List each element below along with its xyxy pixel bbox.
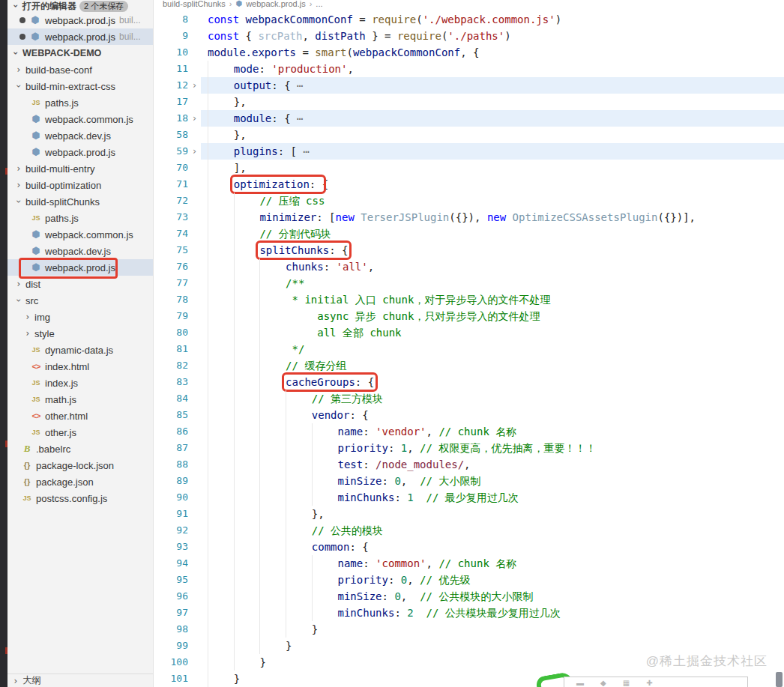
code-line-content[interactable]: minChunks: 1 // 最少复用过几次 (201, 489, 784, 506)
fold-gutter (188, 407, 201, 423)
code-line-content[interactable]: const { srcPath, distPath } = require('.… (201, 28, 784, 44)
breadcrumb-item[interactable]: ... (316, 0, 322, 9)
tree-item-build-base-conf[interactable]: ›build-base-conf (7, 61, 153, 78)
tree-item-build-multi-entry[interactable]: ›build-multi-entry (7, 160, 153, 177)
indent-guide (208, 308, 234, 324)
webpack-icon: ⬢ (30, 114, 42, 124)
breadcrumb-item[interactable]: webpack.prod.js (246, 0, 306, 9)
tree-item-webpack.prod.js[interactable]: ⬢webpack.prod.js (7, 259, 153, 276)
folded-code-ellipsis[interactable]: ⋯ (297, 112, 304, 124)
tree-item-package-lock.json[interactable]: {}package-lock.json (7, 457, 153, 473)
code-line-content[interactable]: mode: 'production', (201, 61, 784, 77)
code-token: ({})], (657, 211, 696, 223)
open-editors-header[interactable]: › 打开的编辑器 2 个未保存 (7, 0, 153, 12)
code-token: // 压缩 css (259, 195, 325, 207)
code-line-content[interactable]: minSize: 0, // 大小限制 (201, 473, 784, 489)
indent-guide (286, 506, 312, 522)
project-title: WEBPACK-DEMO (22, 48, 101, 58)
code-line-content[interactable]: common: { (201, 539, 784, 555)
code-line-content[interactable]: splitChunks: { (201, 242, 784, 258)
tree-item-other.html[interactable]: <>other.html (7, 408, 153, 424)
indent-guide (208, 555, 234, 572)
code-line-content[interactable]: vendor: { (201, 407, 784, 423)
code-token: webpackCommonConf (246, 13, 353, 25)
indent-guide (234, 357, 260, 374)
code-line-content[interactable]: * initial 入口 chunk，对于异步导入的文件不处理 (201, 291, 784, 308)
code-line-content[interactable]: } (201, 621, 784, 638)
code-line-content[interactable]: priority: 0, // 优先级 (201, 572, 784, 588)
webpack-icon: ⬢ (235, 0, 242, 9)
line-number: 89 (154, 473, 188, 489)
code-line-content[interactable]: }, (201, 506, 784, 522)
tree-item-img[interactable]: ›img (7, 309, 153, 325)
tree-item-index.js[interactable]: JSindex.js (7, 375, 153, 391)
outline-section-header[interactable]: › 大纲 (7, 674, 154, 687)
tree-item-webpack.common.js[interactable]: ⬢webpack.common.js (7, 226, 153, 243)
tree-item-index.html[interactable]: <>index.html (7, 358, 153, 375)
folded-code-ellipsis[interactable]: ⋯ (297, 79, 304, 91)
code-line-content[interactable]: test: /node_modules/, (201, 456, 784, 473)
code-line-content[interactable]: // 公共的模块 (201, 522, 784, 539)
code-token: smart (315, 46, 346, 58)
tree-item-label: style (34, 328, 55, 339)
tree-item-.babelrc[interactable]: B.babelrc (7, 441, 153, 457)
tree-item-paths.js[interactable]: JSpaths.js (7, 94, 153, 111)
code-line-content[interactable]: plugins: [ ⋯ (201, 143, 784, 160)
fold-gutter (188, 572, 201, 588)
code-line-content[interactable]: priority: 1, // 权限更高，优先抽离，重要！！！ (201, 440, 784, 456)
tree-item-package.json[interactable]: {}package.json (7, 473, 153, 490)
tree-item-webpack.dev.js[interactable]: ⬢webpack.dev.js (7, 127, 153, 144)
tree-item-webpack.common.js[interactable]: ⬢webpack.common.js (7, 111, 153, 127)
fold-arrow[interactable]: › (188, 77, 201, 94)
code-line-content[interactable]: minChunks: 2 // 公共模块最少复用过几次 (201, 605, 784, 621)
code-line-content[interactable]: // 压缩 css (201, 193, 784, 209)
fold-arrow[interactable]: › (188, 143, 201, 160)
tree-item-build-optimization[interactable]: ›build-optimization (7, 177, 153, 193)
code-line-content[interactable]: const webpackCommonConf = require('./web… (201, 11, 784, 28)
indent-guide (312, 473, 338, 489)
code-line-content[interactable]: minimizer: [new TerserJSPlugin({}), new … (201, 209, 784, 226)
project-section-header[interactable]: › WEBPACK-DEMO (7, 45, 153, 61)
fold-arrow[interactable]: › (188, 110, 201, 127)
breadcrumb-item[interactable]: build-splitChunks (163, 0, 226, 9)
code-line-content[interactable]: output: { ⋯ (201, 77, 784, 94)
tree-item-src[interactable]: ›src (7, 292, 153, 309)
code-line-content[interactable]: name: 'vendor', // chunk 名称 (201, 423, 784, 440)
line-number: 18 (154, 110, 188, 127)
code-line-content[interactable]: /** (201, 275, 784, 291)
code-line-content[interactable]: ], (201, 160, 784, 176)
code-line-content[interactable]: } (201, 638, 784, 654)
code-line-content[interactable]: // 分割代码块 (201, 226, 784, 242)
input-method-toolbar[interactable]: ▬◆▦✚ (535, 673, 738, 687)
open-editor-item[interactable]: ⬢webpack.prod.jsbuil... (7, 28, 153, 45)
tree-item-paths.js[interactable]: JSpaths.js (7, 210, 153, 226)
code-line-content[interactable]: async 异步 chunk，只对异步导入的文件处理 (201, 308, 784, 324)
folded-code-ellipsis[interactable]: ⋯ (303, 145, 310, 157)
code-token: { (322, 178, 328, 190)
code-line-content[interactable]: cacheGroups: { (201, 374, 784, 390)
tree-item-dist[interactable]: ›dist (7, 276, 153, 292)
code-line-content[interactable]: chunks: 'all', (201, 258, 784, 275)
open-editor-filename: webpack.prod.js (45, 31, 115, 43)
tree-item-postcss.config.js[interactable]: JSpostcss.config.js (7, 490, 153, 506)
code-line-content[interactable]: }, (201, 94, 784, 110)
tree-item-math.js[interactable]: JSmath.js (7, 391, 153, 408)
code-line-content[interactable]: module.exports = smart(webpackCommonConf… (201, 44, 784, 61)
code-line-content[interactable]: optimization: { (201, 176, 784, 193)
code-line-content[interactable]: */ (201, 341, 784, 357)
code-line-content[interactable]: }, (201, 127, 784, 143)
code-line-content[interactable]: // 第三方模块 (201, 390, 784, 407)
tree-item-build-min-extract-css[interactable]: ›build-min-extract-css (7, 78, 153, 94)
tree-item-dynamic-data.js[interactable]: JSdynamic-data.js (7, 342, 153, 358)
code-line-content[interactable]: all 全部 chunk (201, 324, 784, 341)
code-line-content[interactable]: name: 'common', // chunk 名称 (201, 555, 784, 572)
tree-item-style[interactable]: ›style (7, 325, 153, 342)
code-line-content[interactable]: minSize: 0, // 公共模块的大小限制 (201, 588, 784, 605)
open-editor-item[interactable]: ⬢webpack.prod.jsbuil... (7, 12, 153, 28)
tree-item-webpack.dev.js[interactable]: ⬢webpack.dev.js (7, 243, 153, 259)
tree-item-build-splitChunks[interactable]: ›build-splitChunks (7, 193, 153, 210)
code-line-content[interactable]: module: { ⋯ (201, 110, 784, 127)
tree-item-other.js[interactable]: JSother.js (7, 424, 153, 441)
tree-item-webpack.prod.js[interactable]: ⬢webpack.prod.js (7, 144, 153, 160)
code-line-content[interactable]: // 缓存分组 (201, 357, 784, 374)
